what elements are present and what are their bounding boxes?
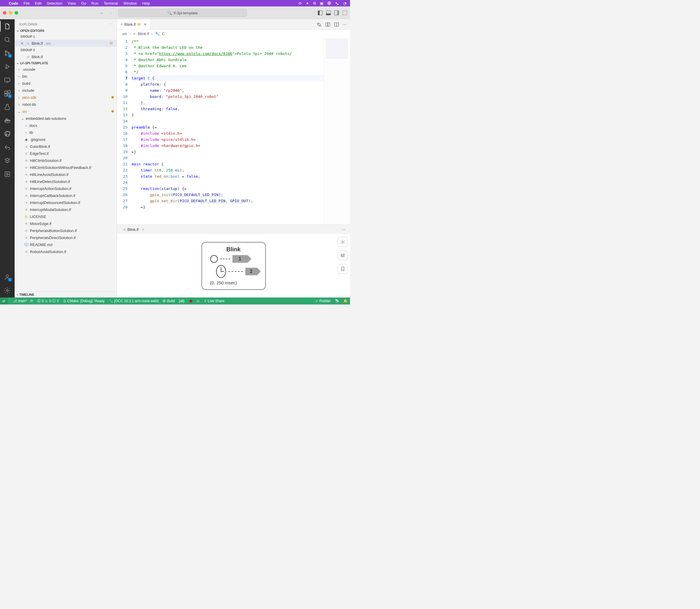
close-tab-icon[interactable]: ✕ <box>143 22 147 27</box>
explorer-more-icon[interactable]: ⋯ <box>109 22 112 26</box>
remote-activity-icon[interactable] <box>3 76 12 84</box>
close-icon[interactable]: ✕ <box>20 41 24 46</box>
file-gitignore[interactable]: ◈.gitignore <box>15 136 117 143</box>
code-content[interactable]: /** * Blink the default LED on the * <a … <box>132 38 324 224</box>
maximize-window-button[interactable] <box>15 11 18 15</box>
run-button[interactable]: ▷ <box>197 299 200 303</box>
code-editor[interactable]: 1234567891011121314151617181920212223242… <box>117 38 350 224</box>
nav-forward-button[interactable]: → <box>108 11 112 15</box>
menu-go[interactable]: Go <box>81 1 86 5</box>
minimize-window-button[interactable] <box>9 11 12 15</box>
extensions-activity-icon[interactable]: 2 <box>3 89 12 98</box>
file-hilllinedetect[interactable]: ≡HillLineDetectSolution.lf <box>15 178 117 185</box>
file-motoredge[interactable]: ≡MotorEdge.lf <box>15 220 117 227</box>
folder-bin[interactable]: ›bin <box>15 73 117 80</box>
folder-docs[interactable]: ›docs <box>15 122 117 129</box>
app-menu[interactable]: Code <box>9 1 18 5</box>
clock-icon[interactable]: ◔ <box>343 1 346 5</box>
cmake-status[interactable]: ⊙CMake: [Debug]: Ready <box>63 299 105 303</box>
file-interruptmodal[interactable]: ≡InterruptModalSolution.lf <box>15 206 117 213</box>
nav-back-button[interactable]: ← <box>100 11 104 15</box>
cmake-activity-icon[interactable] <box>3 170 12 178</box>
menu-view[interactable]: View <box>68 1 76 5</box>
panel-tab-blink[interactable]: ≡ Blink.lf ✕ <box>120 227 148 232</box>
menu-window[interactable]: Window <box>123 1 137 5</box>
status-icon[interactable]: ⟳ <box>298 1 302 5</box>
run-activity-icon[interactable] <box>3 63 12 71</box>
folder-src[interactable]: ⌄src <box>15 108 117 115</box>
file-interruptcallback[interactable]: ≡InterruptCallbackSolution.lf <box>15 192 117 199</box>
file-robotavoid[interactable]: ≡RobotAvoidSolution.lf <box>15 248 117 255</box>
notifications-icon[interactable]: 🔔 <box>343 299 348 303</box>
folder-embedded[interactable]: ⌄embedded-lab-solutions <box>15 115 117 122</box>
menu-help[interactable]: Help <box>142 1 150 5</box>
status-icon[interactable]: ✦ <box>306 1 309 5</box>
breadcrumbs[interactable]: src › ≡ Blink.lf › 🔧 C <box>117 30 350 38</box>
file-hillclimb[interactable]: ≡HillClimbSolution.lf <box>15 157 117 164</box>
diagram-bookmark-button[interactable] <box>338 264 348 274</box>
folder-vscode[interactable]: ›.vscode <box>15 66 117 73</box>
more-actions-icon[interactable]: ⋯ <box>342 227 345 232</box>
feedback-icon[interactable]: 📡 <box>335 299 339 303</box>
folder-build[interactable]: ›build <box>15 80 117 87</box>
phone-icon[interactable]: 📞︎ <box>335 1 339 5</box>
more-actions-icon[interactable]: ⋯ <box>343 22 346 27</box>
sync-icon[interactable]: ⟳ <box>30 299 33 303</box>
file-periphdirect[interactable]: ≡PeripheralsDirectSolution.lf <box>15 234 117 241</box>
explorer-activity-icon[interactable] <box>3 22 12 30</box>
close-window-button[interactable] <box>3 11 6 15</box>
menu-selection[interactable]: Selection <box>47 1 62 5</box>
liveshare-activity-icon[interactable] <box>3 143 12 151</box>
file-periphbutton[interactable]: ≡PeripheralsButtonSolution.lf <box>15 227 117 234</box>
folder-lib[interactable]: ›lib <box>15 129 117 136</box>
settings-gear-icon[interactable] <box>3 286 12 295</box>
compare-changes-icon[interactable] <box>317 22 322 27</box>
editor-tab-blink[interactable]: ≡ Blink.lf M ✕ <box>117 19 151 30</box>
file-colorblink[interactable]: ≡ColorBlink.lf <box>15 143 117 150</box>
github-activity-icon[interactable] <box>3 130 12 138</box>
debug-launch-button[interactable]: 🐞 <box>189 299 193 303</box>
open-editor-item[interactable]: ≡ Blink.lf <box>15 53 117 60</box>
problems-indicator[interactable]: ⓧ0 ⚠0 ⓘ5 <box>37 299 59 303</box>
toggle-layout-icon[interactable] <box>334 22 339 27</box>
customize-layout-icon[interactable] <box>342 11 347 15</box>
split-editor-icon[interactable] <box>325 22 330 27</box>
open-editor-item[interactable]: ✕ ≡ Blink.lf src M <box>15 40 117 47</box>
folder-robot-lib[interactable]: ›robot-lib <box>15 101 117 108</box>
scm-activity-icon[interactable]: 4 <box>3 49 12 57</box>
globe-icon[interactable]: 🌐︎ <box>327 1 331 5</box>
file-hilllineavoid[interactable]: ≡HillLineAvoidSolution.lf <box>15 171 117 178</box>
lf-activity-icon[interactable] <box>3 157 12 165</box>
file-hillclimbnofb[interactable]: ≡HillClimbSolutionWithoutFeedback.lf <box>15 164 117 171</box>
docker-activity-icon[interactable] <box>3 116 12 124</box>
file-license[interactable]: ⚖LICENSE <box>15 213 117 220</box>
remote-indicator[interactable]: ⇄ <box>0 297 7 304</box>
file-readme[interactable]: ⓘREADME.md <box>15 241 117 248</box>
toggle-secondary-sidebar-icon[interactable] <box>334 11 339 15</box>
folder-pico-sdk[interactable]: ›pico-sdk <box>15 94 117 101</box>
minimap[interactable] <box>324 38 350 224</box>
open-editors-header[interactable]: ⌄ OPEN EDITORS <box>15 28 117 33</box>
timeline-header[interactable]: › TIMELINE <box>15 291 117 297</box>
git-branch[interactable]: ⎇main*⟳ <box>13 299 33 303</box>
accounts-icon[interactable]: 1 <box>3 273 12 281</box>
project-header[interactable]: ⌄ LF-3PI-TEMPLATE <box>15 60 117 66</box>
diagram-settings-button[interactable] <box>338 237 348 247</box>
toggle-primary-sidebar-icon[interactable] <box>318 11 323 15</box>
liveshare-button[interactable]: ⇪Live Share <box>204 299 225 303</box>
status-icon[interactable]: ▣ <box>320 1 323 5</box>
kit-status[interactable]: 🔧[GCC 10.3.1 arm-none-eabi] <box>109 299 158 303</box>
menu-edit[interactable]: Edit <box>35 1 41 5</box>
build-target[interactable]: [all] <box>179 299 185 303</box>
toggle-panel-icon[interactable] <box>326 11 331 15</box>
file-interruptdebounced[interactable]: ≡InterruptDebouncedSolution.lf <box>15 199 117 206</box>
menu-run[interactable]: Run <box>91 1 99 5</box>
prettier-status[interactable]: ✓Prettier <box>315 299 331 303</box>
search-activity-icon[interactable] <box>3 36 12 44</box>
dropbox-icon[interactable]: ⧉ <box>313 1 316 5</box>
close-tab-icon[interactable]: ✕ <box>141 227 145 232</box>
build-button[interactable]: ⚙Build <box>163 299 175 303</box>
menu-terminal[interactable]: Terminal <box>104 1 118 5</box>
command-center[interactable]: 🔍 lf-3pi-template <box>118 9 247 17</box>
folder-include[interactable]: ›include <box>15 87 117 94</box>
